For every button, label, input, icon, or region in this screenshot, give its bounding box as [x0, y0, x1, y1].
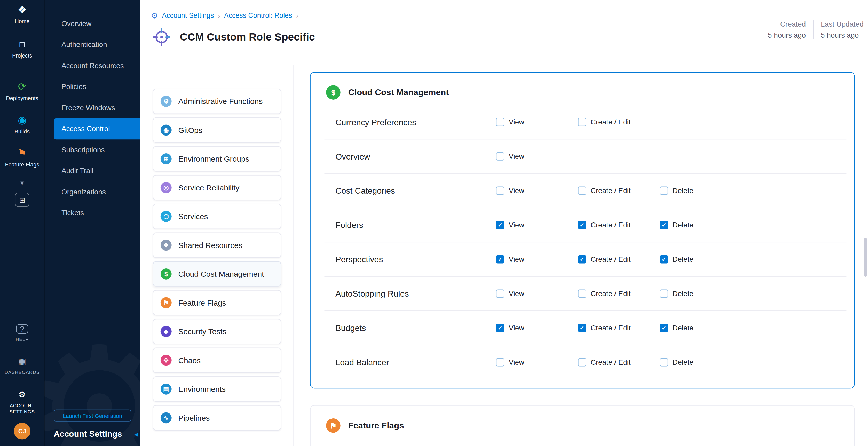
sidebar-item-policies[interactable]: Policies: [54, 76, 140, 97]
left-nav-bottom: ?HELP▦DASHBOARDS⚙ACCOUNT SETTINGS: [1, 324, 43, 415]
module-item-label: Feature Flags: [178, 298, 226, 307]
resource-label: Perspectives: [335, 254, 496, 264]
scrollbar-thumb[interactable]: [864, 238, 867, 277]
left-nav-modules: ⟳Deployments◉Builds⚑Feature Flags: [1, 81, 43, 167]
sidebar-collapse-arrow-icon[interactable]: ◀: [134, 431, 138, 437]
launch-first-generation-button[interactable]: Launch First Generation: [54, 410, 131, 422]
created-value: 5 hours ago: [768, 31, 806, 39]
checkbox-autostopping-rules-create-edit[interactable]: [578, 289, 586, 297]
nav-item-deployments[interactable]: ⟳Deployments: [1, 81, 43, 101]
module-item-security-tests[interactable]: ◈Security Tests: [153, 319, 281, 344]
breadcrumb-account-settings[interactable]: Account Settings: [162, 11, 214, 19]
checkbox-label: View: [508, 255, 524, 263]
checkbox-currency-preferences-create-edit[interactable]: [578, 118, 586, 126]
nav-item-builds[interactable]: ◉Builds: [1, 115, 43, 134]
checkbox-label: Create / Edit: [591, 187, 631, 195]
nav-item-label: DASHBOARDS: [5, 370, 40, 376]
module-item-service-reliability[interactable]: ◎Service Reliability: [153, 175, 281, 200]
checkbox-load-balancer-delete[interactable]: [660, 358, 668, 366]
checkbox-cost-categories-delete[interactable]: [660, 187, 668, 195]
checkbox-cost-categories-create-edit[interactable]: [578, 187, 586, 195]
module-item-gitops[interactable]: ◉GitOps: [153, 118, 281, 143]
header-meta: Created 5 hours ago Last Updated 5 hours…: [768, 20, 864, 39]
permission-column: Delete: [660, 289, 742, 297]
permission-column: ✓Create / Edit: [578, 324, 660, 332]
checkbox-overview-view[interactable]: [496, 152, 504, 161]
permission-column: Delete: [660, 187, 742, 195]
sidebar-item-freeze-windows[interactable]: Freeze Windows: [54, 97, 140, 118]
checkbox-folders-view[interactable]: ✓: [496, 221, 504, 229]
checkbox-label: Delete: [673, 221, 693, 229]
module-list: ⚙Administrative Functions◉GitOps⊞Environ…: [140, 65, 294, 446]
checkbox-load-balancer-view[interactable]: [496, 358, 504, 366]
permission-row-currency-preferences: Currency PreferencesViewCreate / Edit: [324, 105, 846, 139]
checkbox-perspectives-delete[interactable]: ✓: [660, 255, 668, 263]
checkbox-budgets-delete[interactable]: ✓: [660, 324, 668, 332]
module-item-feature-flags[interactable]: ⚑Feature Flags: [153, 290, 281, 316]
security-tests-icon: ◈: [161, 326, 172, 337]
module-item-pipelines[interactable]: ∿Pipelines: [153, 405, 281, 431]
nav-item-feature-flags[interactable]: ⚑Feature Flags: [1, 148, 43, 167]
module-grid-icon[interactable]: ⊞: [15, 193, 29, 207]
nav-item-label: Home: [15, 18, 29, 25]
checkbox-budgets-view[interactable]: ✓: [496, 324, 504, 332]
permission-column: View: [496, 187, 578, 195]
cloud-cost-management-icon: $: [161, 268, 172, 280]
environments-icon: ▤: [161, 384, 172, 395]
sidebar-item-access-control[interactable]: Access Control: [54, 119, 140, 139]
nav-item-home[interactable]: ❖Home: [1, 4, 43, 24]
checkbox-label: View: [508, 221, 524, 229]
checkbox-perspectives-view[interactable]: ✓: [496, 255, 504, 263]
sidebar-item-subscriptions[interactable]: Subscriptions: [54, 139, 140, 160]
breadcrumb-access-control-roles[interactable]: Access Control: Roles: [224, 11, 292, 19]
nav-item-label: Deployments: [6, 95, 38, 101]
user-avatar[interactable]: CJ: [14, 423, 30, 439]
sidebar-item-audit-trail[interactable]: Audit Trail: [54, 161, 140, 182]
sidebar-item-tickets[interactable]: Tickets: [54, 202, 140, 224]
permission-column: Create / Edit: [578, 358, 660, 366]
permission-column: Create / Edit: [578, 289, 660, 297]
module-item-cloud-cost-management[interactable]: $Cloud Cost Management: [153, 261, 281, 287]
nav-item-dashboards[interactable]: ▦DASHBOARDS: [1, 356, 43, 376]
checkbox-folders-create-edit[interactable]: ✓: [578, 221, 586, 229]
checkbox-cost-categories-view[interactable]: [496, 187, 504, 195]
meta-divider: [813, 20, 813, 39]
nav-item-account-settings[interactable]: ⚙ACCOUNT SETTINGS: [1, 389, 43, 415]
permission-column: Create / Edit: [578, 118, 660, 126]
checkbox-label: Create / Edit: [591, 221, 631, 229]
nav-item-label: HELP: [16, 337, 29, 343]
home-icon: ❖: [18, 4, 27, 15]
checkbox-currency-preferences-view[interactable]: [496, 118, 504, 126]
module-item-chaos[interactable]: ✣Chaos: [153, 348, 281, 373]
title-row: CCM Custom Role Specific: [152, 28, 315, 46]
permission-column: ✓Delete: [660, 324, 742, 332]
checkbox-budgets-create-edit[interactable]: ✓: [578, 324, 586, 332]
nav-item-label: Builds: [15, 128, 30, 134]
module-item-environment-groups[interactable]: ⊞Environment Groups: [153, 146, 281, 172]
checkbox-perspectives-create-edit[interactable]: ✓: [578, 255, 586, 263]
nav-item-help[interactable]: ?HELP: [1, 324, 43, 343]
permission-column: ✓View: [496, 221, 578, 229]
module-item-shared-resources[interactable]: ❖Shared Resources: [153, 232, 281, 258]
checkbox-folders-delete[interactable]: ✓: [660, 221, 668, 229]
resource-label: AutoStopping Rules: [335, 289, 496, 298]
sidebar-item-overview[interactable]: Overview: [54, 13, 140, 34]
checkbox-load-balancer-create-edit[interactable]: [578, 358, 586, 366]
checkbox-autostopping-rules-view[interactable]: [496, 289, 504, 297]
shared-resources-icon: ❖: [161, 240, 172, 251]
module-item-administrative-functions[interactable]: ⚙Administrative Functions: [153, 89, 281, 114]
feature-flags-icon: ⚑: [18, 148, 27, 159]
checkbox-autostopping-rules-delete[interactable]: [660, 289, 668, 297]
chevron-down-icon[interactable]: ▾: [21, 179, 24, 187]
checkbox-label: Delete: [673, 289, 693, 297]
sidebar-item-organizations[interactable]: Organizations: [54, 182, 140, 202]
permission-row-load-balancer: Load BalancerViewCreate / EditDelete: [324, 345, 846, 379]
nav-item-projects[interactable]: ⧈Projects: [1, 39, 43, 59]
sidebar-item-authentication[interactable]: Authentication: [54, 34, 140, 55]
module-item-environments[interactable]: ▤Environments: [153, 376, 281, 402]
sidebar-menu: OverviewAuthenticationAccount ResourcesP…: [44, 0, 140, 224]
module-item-services[interactable]: ⬡Services: [153, 204, 281, 229]
sidebar-item-account-resources[interactable]: Account Resources: [54, 55, 140, 76]
permission-rows: Currency PreferencesViewCreate / EditOve…: [324, 105, 846, 388]
nav-item-label: Projects: [12, 53, 32, 59]
